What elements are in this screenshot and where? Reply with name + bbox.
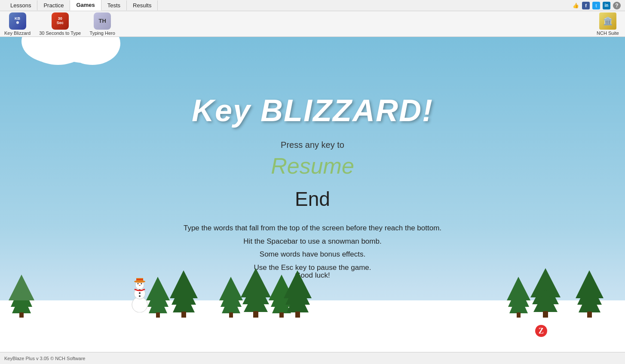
tree-mid-2 [241, 268, 271, 318]
svg-rect-8 [156, 312, 160, 318]
svg-rect-16 [229, 312, 233, 318]
watermark: Z www.MacZ.com [535, 325, 621, 337]
nch-suite-icon: 🏛️ [599, 12, 616, 30]
instruction-line-1: Type the words that fall from the top of… [184, 222, 441, 235]
snowman [127, 278, 153, 317]
typing-hero-icon: TH [94, 12, 111, 30]
svg-rect-24 [279, 312, 284, 318]
resume-text[interactable]: Resume [271, 153, 354, 179]
nav-tests[interactable]: Tests [101, 0, 127, 10]
typing-hero-label: Typing Hero [90, 31, 115, 36]
svg-rect-28 [295, 312, 300, 318]
status-text: KeyBlaze Plus v 3.05 © NCH Software [4, 356, 85, 361]
nch-suite-label: NCH Suite [597, 31, 619, 36]
cloud-right [0, 89, 150, 144]
svg-rect-46 [136, 279, 143, 280]
tree-right-2 [530, 268, 561, 318]
press-key-text: Press any key to [281, 140, 344, 150]
status-bar: KeyBlaze Plus v 3.05 © NCH Software [0, 352, 625, 364]
nav-results[interactable]: Results [127, 0, 158, 10]
toolbar: KB❄ Key Blizzard 30Sec 30 Seconds to Typ… [0, 11, 625, 37]
tree-far-right [576, 270, 604, 318]
watermark-text: www.MacZ.com [550, 325, 621, 336]
toolbar-right: 🏛️ NCH Suite [595, 12, 621, 36]
facebook-icon[interactable]: f [582, 2, 590, 9]
tree-mid-left [219, 277, 243, 318]
30-seconds-label: 30 Seconds to Type [39, 31, 81, 36]
toolbar-30-seconds[interactable]: 30Sec 30 Seconds to Type [39, 12, 81, 36]
twitter-icon[interactable]: t [592, 2, 600, 9]
top-nav: Lessons Practice Games Tests Results 👍 f… [0, 0, 625, 11]
svg-rect-40 [587, 312, 592, 318]
help-icon[interactable]: ? [613, 2, 621, 9]
toolbar-key-blizzard[interactable]: KB❄ Key Blizzard [4, 12, 31, 36]
thumbs-up-icon[interactable]: 👍 [572, 2, 579, 9]
linkedin-icon[interactable]: in [603, 2, 610, 9]
svg-point-52 [139, 295, 141, 297]
tree-left-3 [170, 270, 198, 318]
social-icons: 👍 f t in ? [572, 2, 621, 9]
30-seconds-icon: 30Sec [52, 12, 69, 30]
svg-rect-36 [543, 311, 548, 318]
instructions: Type the words that fall from the top of… [184, 222, 441, 274]
toolbar-typing-hero[interactable]: TH Typing Hero [89, 12, 115, 36]
key-blizzard-icon: KB❄ [9, 12, 26, 30]
nav-practice[interactable]: Practice [37, 0, 70, 10]
key-blizzard-label: Key Blizzard [4, 31, 31, 36]
nav-lessons[interactable]: Lessons [4, 0, 37, 10]
instruction-line-2: Hit the Spacebar to use a snowman bomb. [184, 235, 441, 248]
svg-rect-3 [19, 312, 24, 318]
game-title: Key BLIZZARD! [192, 93, 433, 128]
svg-point-49 [139, 285, 141, 286]
nch-suite[interactable]: 🏛️ NCH Suite [595, 12, 621, 36]
tree-far-left [9, 275, 34, 318]
svg-point-47 [138, 283, 139, 284]
svg-point-51 [139, 292, 141, 294]
nav-games[interactable]: Games [70, 0, 101, 11]
svg-marker-4 [9, 275, 34, 300]
game-area: Key BLIZZARD! Press any key to Resume En… [0, 37, 625, 352]
svg-rect-32 [517, 312, 521, 318]
watermark-z-icon: Z [535, 325, 547, 337]
end-button[interactable]: End [295, 187, 330, 211]
tree-mid-4 [284, 270, 312, 318]
svg-rect-12 [181, 312, 186, 318]
svg-point-48 [141, 283, 142, 284]
svg-rect-20 [253, 311, 258, 318]
tree-right-1 [507, 277, 530, 318]
instruction-line-3: Some words have bonus effects. [184, 248, 441, 261]
